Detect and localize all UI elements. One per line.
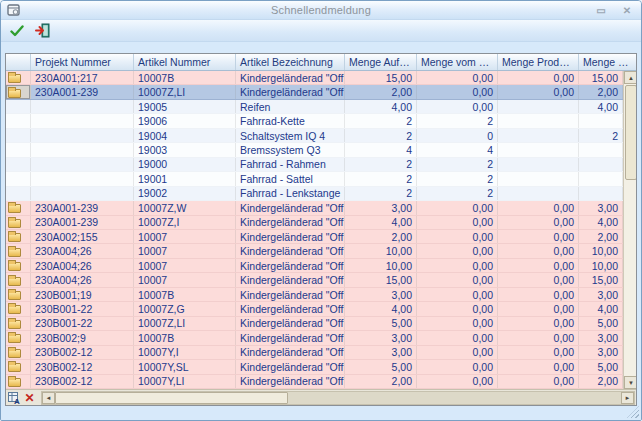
row-icon-cell[interactable]: [6, 244, 31, 257]
vertical-scrollbar[interactable]: ▲ ▼: [623, 71, 636, 389]
scroll-down-button[interactable]: ▼: [624, 376, 636, 389]
cell-menge-auftrag: 10,00: [345, 244, 417, 257]
vertical-scroll-thumb[interactable]: [625, 85, 636, 180]
table-row[interactable]: 19001 Fahrrad - Sattel 2 2: [6, 172, 623, 186]
horizontal-scroll-thumb[interactable]: [55, 392, 288, 404]
cell-menge-auftrag: 4,00: [345, 216, 417, 229]
row-icon-cell[interactable]: [6, 331, 31, 344]
cell-menge-zu-produzieren: 2: [579, 129, 623, 142]
row-icon-cell[interactable]: [6, 85, 31, 98]
cell-artikel-nummer: 10007Z,I: [134, 216, 236, 229]
confirm-button[interactable]: [8, 22, 26, 40]
row-icon-cell[interactable]: [6, 100, 31, 113]
folder-icon: [8, 334, 21, 343]
table-row[interactable]: 19000 Fahrrad - Rahmen 2 2: [6, 158, 623, 172]
cell-menge-produziert: [498, 158, 579, 171]
cell-menge-produziert: 0,00: [498, 259, 579, 272]
exit-button[interactable]: [34, 22, 52, 40]
row-icon-cell[interactable]: [6, 346, 31, 359]
cell-projekt-nummer: 230A004;26: [31, 244, 134, 257]
scroll-left-button[interactable]: ◄: [42, 392, 55, 404]
table-row[interactable]: 230A004;26 10007 Kindergeländerad "Off R…: [6, 244, 623, 258]
horizontal-scrollbar[interactable]: ◄ ►: [41, 391, 635, 405]
table-row[interactable]: 19005 Reifen 4,00 0,00 4,00: [6, 100, 623, 114]
table-row[interactable]: 230B002;9 10007B Kindergeländerad "Off R…: [6, 331, 623, 345]
cell-projekt-nummer: [31, 100, 134, 113]
column-header-menge-auftrag[interactable]: Menge Auftrag: [345, 54, 417, 70]
check-icon: [10, 25, 24, 37]
row-icon-cell[interactable]: [6, 375, 31, 388]
row-icon-cell[interactable]: [6, 230, 31, 243]
scroll-right-button[interactable]: ►: [621, 392, 634, 404]
row-icon-cell[interactable]: [6, 201, 31, 214]
column-header-artikel-bezeichnung[interactable]: Artikel Bezeichnung: [236, 54, 345, 70]
row-icon-cell[interactable]: [6, 187, 31, 200]
cell-artikel-nummer: 10007: [134, 230, 236, 243]
table-row[interactable]: 230A001;217 10007B Kindergeländerad "Off…: [6, 71, 623, 85]
table-row[interactable]: 230B002-12 10007Y,I Kindergeländerad "Of…: [6, 346, 623, 360]
cell-menge-produziert: 0,00: [498, 331, 579, 344]
cell-projekt-nummer: [31, 158, 134, 171]
cell-menge-produziert: 0,00: [498, 288, 579, 301]
table-row[interactable]: 230A001-239 10007Z,W Kindergeländerad "O…: [6, 201, 623, 215]
grid-customize-button[interactable]: A: [7, 391, 22, 405]
column-header-icon[interactable]: [6, 54, 31, 70]
column-header-menge-zu-produzieren[interactable]: Menge zu produzi...: [579, 54, 636, 70]
column-header-projekt-nummer[interactable]: Projekt Nummer: [31, 54, 134, 70]
table-row[interactable]: 230B001-22 10007Z,G Kindergeländerad "Of…: [6, 302, 623, 316]
cell-projekt-nummer: 230A002;155: [31, 230, 134, 243]
row-icon-cell[interactable]: [6, 71, 31, 84]
cell-projekt-nummer: 230B001-22: [31, 317, 134, 330]
row-icon-cell[interactable]: [6, 114, 31, 127]
cell-menge-produziert: [498, 114, 579, 127]
maximize-button[interactable]: ▭: [593, 3, 609, 17]
cell-projekt-nummer: 230B002;9: [31, 331, 134, 344]
cell-menge-vom-lager: 0,00: [417, 346, 498, 359]
folder-icon: [8, 219, 21, 228]
resize-grip[interactable]: [627, 406, 639, 418]
row-icon-cell[interactable]: [6, 317, 31, 330]
folder-icon: [8, 204, 21, 213]
cell-menge-vom-lager: 0,00: [417, 216, 498, 229]
table-row[interactable]: 19006 Fahrrad-Kette 2 2: [6, 114, 623, 128]
cell-menge-produziert: 0,00: [498, 273, 579, 286]
table-row[interactable]: 230A004;26 10007 Kindergeländerad "Off R…: [6, 259, 623, 273]
column-header-menge-produziert[interactable]: Menge Produziert: [498, 54, 579, 70]
column-header-menge-vom-lager[interactable]: Menge vom Lager: [417, 54, 498, 70]
table-row[interactable]: 19003 Bremssystem Q3 4 4: [6, 143, 623, 157]
table-row[interactable]: 19002 Fahrrad - Lenkstange 2 2: [6, 187, 623, 201]
clear-filter-button[interactable]: ✕: [22, 391, 37, 405]
table-row[interactable]: 230B002-12 10007Y,LI Kindergeländerad "O…: [6, 375, 623, 389]
grid-footer: A ✕ ◄ ►: [6, 389, 636, 405]
cell-artikel-bezeichnung: Fahrrad - Rahmen: [236, 158, 345, 171]
table-row[interactable]: 230A002;155 10007 Kindergeländerad "Off …: [6, 230, 623, 244]
row-icon-cell[interactable]: [6, 360, 31, 373]
row-icon-cell[interactable]: [6, 288, 31, 301]
row-icon-cell[interactable]: [6, 259, 31, 272]
scroll-up-button[interactable]: ▲: [624, 71, 636, 84]
cell-artikel-bezeichnung: Kindergeländerad "Off Ro...: [236, 346, 345, 359]
table-row[interactable]: 19004 Schaltsystem IQ 4 2 0 2: [6, 129, 623, 143]
table-row[interactable]: 230B001;19 10007B Kindergeländerad "Off …: [6, 288, 623, 302]
folder-icon: [8, 248, 21, 257]
table-row[interactable]: 230A004;26 10007 Kindergeländerad "Off R…: [6, 273, 623, 287]
row-icon-cell[interactable]: [6, 129, 31, 142]
table-row[interactable]: 230A001-239 10007Z,LI Kindergeländerad "…: [6, 85, 623, 99]
table-row[interactable]: 230B001-22 10007Z,LI Kindergeländerad "O…: [6, 317, 623, 331]
row-icon-cell[interactable]: [6, 158, 31, 171]
cell-menge-vom-lager: 2: [417, 158, 498, 171]
cell-menge-produziert: [498, 143, 579, 156]
row-icon-cell[interactable]: [6, 302, 31, 315]
cell-menge-vom-lager: 2: [417, 114, 498, 127]
column-header-artikel-nummer[interactable]: Artikel Nummer: [134, 54, 236, 70]
cell-artikel-bezeichnung: Kindergeländerad "Off Ro...: [236, 216, 345, 229]
row-icon-cell[interactable]: [6, 273, 31, 286]
row-icon-cell[interactable]: [6, 172, 31, 185]
close-button[interactable]: ✕: [619, 3, 635, 17]
table-row[interactable]: 230B002-12 10007Y,SL Kindergeländerad "O…: [6, 360, 623, 374]
cell-menge-auftrag: 4,00: [345, 302, 417, 315]
table-row[interactable]: 230A001-239 10007Z,I Kindergeländerad "O…: [6, 216, 623, 230]
row-icon-cell[interactable]: [6, 216, 31, 229]
cell-menge-auftrag: 2: [345, 187, 417, 200]
row-icon-cell[interactable]: [6, 143, 31, 156]
